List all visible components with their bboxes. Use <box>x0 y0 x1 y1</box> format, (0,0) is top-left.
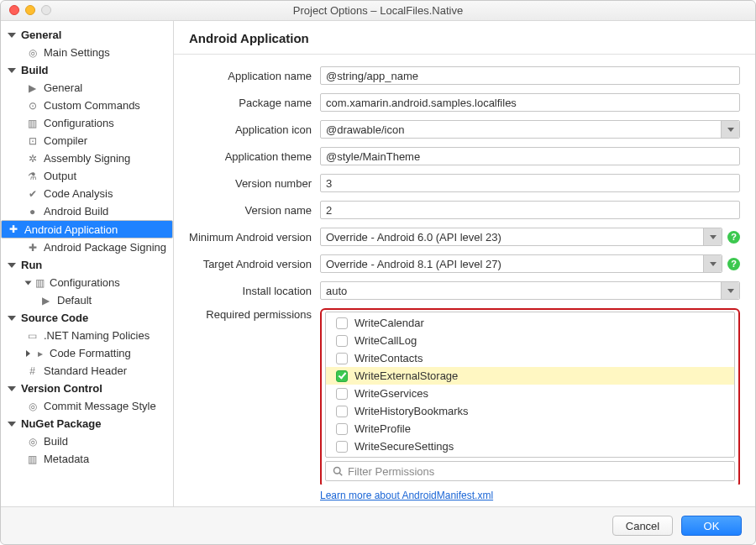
sidebar-item[interactable]: #Standard Header <box>1 362 173 380</box>
permission-checkbox[interactable] <box>336 353 348 364</box>
item-icon: ✔ <box>26 187 39 200</box>
sidebar-category[interactable]: General <box>1 26 173 44</box>
minimize-icon[interactable] <box>25 5 35 15</box>
permission-label: WriteCallLog <box>354 334 417 347</box>
permission-checkbox[interactable] <box>336 406 348 417</box>
category-label: NuGet Package <box>21 417 101 430</box>
app-name-field[interactable] <box>320 66 740 85</box>
package-name-field[interactable] <box>320 93 740 112</box>
close-icon[interactable] <box>9 5 19 15</box>
label-app-name: Application name <box>179 70 320 82</box>
chevron-down-icon <box>703 228 722 245</box>
permission-row[interactable]: WriteProfile <box>326 420 734 438</box>
permission-checkbox[interactable] <box>336 441 348 453</box>
app-icon-select[interactable]: @drawable/icon <box>320 120 740 139</box>
sidebar-item[interactable]: ▸Code Formatting <box>1 344 173 362</box>
filter-placeholder: Filter Permissions <box>348 465 434 478</box>
svg-point-0 <box>334 468 341 474</box>
sidebar-item[interactable]: ✚Android Application <box>1 220 173 238</box>
item-icon: ⚗ <box>26 170 39 182</box>
sidebar-item[interactable]: ◎Build <box>1 432 173 450</box>
item-icon: ◎ <box>26 400 39 412</box>
sidebar-item[interactable]: ●Android Build <box>1 202 173 220</box>
label-app-theme: Application theme <box>179 150 320 163</box>
sidebar-item[interactable]: ◎Commit Message Style <box>1 397 173 415</box>
sidebar-item[interactable]: ▥Metadata <box>1 450 173 468</box>
permission-label: WriteHistoryBookmarks <box>354 405 469 417</box>
label-target-android: Target Android version <box>179 258 320 270</box>
app-theme-field[interactable] <box>320 147 740 165</box>
label-required-permissions: Required permissions <box>179 308 320 321</box>
permission-row[interactable]: WriteHistoryBookmarks <box>326 402 734 420</box>
min-android-select[interactable]: Override - Android 6.0 (API level 23) <box>320 228 722 246</box>
help-icon[interactable]: ? <box>727 258 740 270</box>
permission-row[interactable]: WriteGservices <box>326 385 734 402</box>
permission-checkbox[interactable] <box>336 335 348 347</box>
permission-row[interactable]: WriteCalendar <box>326 314 734 332</box>
version-number-field[interactable] <box>320 174 740 192</box>
disclosure-icon <box>8 68 16 73</box>
disclosure-icon <box>8 316 16 321</box>
sidebar-item[interactable]: ⚗Output <box>1 167 173 185</box>
permission-checkbox[interactable] <box>336 370 348 382</box>
sidebar-item[interactable]: ✔Code Analysis <box>1 185 173 202</box>
disclosure-icon <box>8 263 16 268</box>
sidebar-item[interactable]: ▭.NET Naming Policies <box>1 327 173 344</box>
version-name-field[interactable] <box>320 201 740 219</box>
sidebar-item-label: Main Settings <box>44 46 110 59</box>
permission-row[interactable]: WriteSecureSettings <box>326 438 734 455</box>
sidebar: General◎Main SettingsBuild▶General⊙Custo… <box>1 21 174 506</box>
ok-button[interactable]: OK <box>681 516 742 536</box>
sidebar-category[interactable]: Version Control <box>1 380 173 397</box>
cancel-button[interactable]: Cancel <box>612 516 673 536</box>
sidebar-category[interactable]: NuGet Package <box>1 415 173 432</box>
label-version-number: Version number <box>179 177 320 190</box>
label-install-location: Install location <box>179 285 320 297</box>
disclosure-icon <box>8 422 16 427</box>
sidebar-item-label: Custom Commands <box>44 99 140 112</box>
install-location-select[interactable]: auto <box>320 281 740 300</box>
permission-row[interactable]: WriteCallLog <box>326 332 734 349</box>
window-title: Project Options – LocalFiles.Native <box>293 4 463 17</box>
sidebar-item[interactable]: ⊡Compiler <box>1 132 173 149</box>
sidebar-item-label: Android Build <box>44 205 108 217</box>
permissions-highlight-box: WriteCalendarWriteCallLogWriteContactsWr… <box>320 308 740 485</box>
permissions-filter[interactable]: Filter Permissions <box>325 461 735 481</box>
category-label: Version Control <box>21 382 102 395</box>
item-icon: ▥ <box>26 453 39 465</box>
permission-row[interactable]: WriteContacts <box>326 349 734 367</box>
sidebar-item[interactable]: ▥Configurations <box>1 274 173 291</box>
target-android-select[interactable]: Override - Android 8.1 (API level 27) <box>320 254 722 273</box>
item-icon: ▶ <box>26 81 39 94</box>
learn-more-link[interactable]: Learn more about AndroidManifest.xml <box>320 490 493 501</box>
item-icon: ◎ <box>26 435 39 448</box>
sidebar-item[interactable]: ✲Assembly Signing <box>1 149 173 167</box>
sidebar-item[interactable]: ✚Android Package Signing <box>1 238 173 256</box>
sidebar-item-label: Code Analysis <box>44 187 113 200</box>
permission-checkbox[interactable] <box>336 388 348 400</box>
sidebar-category[interactable]: Run <box>1 256 173 274</box>
sidebar-item[interactable]: ⊙Custom Commands <box>1 97 173 114</box>
permission-row[interactable]: WriteExternalStorage <box>326 367 734 385</box>
disclosure-icon <box>26 350 30 357</box>
item-icon: ▶ <box>39 294 52 307</box>
permission-checkbox[interactable] <box>336 423 348 435</box>
chevron-down-icon <box>721 121 739 138</box>
sidebar-item[interactable]: ▶General <box>1 79 173 97</box>
permission-label: WriteGservices <box>354 387 428 400</box>
sidebar-category[interactable]: Source Code <box>1 309 173 327</box>
sidebar-category[interactable]: Build <box>1 61 173 79</box>
permission-label: WriteCalendar <box>354 317 424 329</box>
item-icon: ⊡ <box>26 134 39 147</box>
sidebar-subitem[interactable]: ▶Default <box>1 291 173 309</box>
sidebar-item-label: Configurations <box>50 276 120 289</box>
help-icon[interactable]: ? <box>727 231 740 244</box>
item-icon: ✚ <box>7 223 19 236</box>
permission-label: WriteSecureSettings <box>354 440 454 453</box>
sidebar-item[interactable]: ▥Configurations <box>1 114 173 132</box>
sidebar-item-label: Default <box>57 294 92 307</box>
sidebar-item[interactable]: ◎Main Settings <box>1 44 173 61</box>
zoom-icon[interactable] <box>41 5 51 15</box>
permissions-list[interactable]: WriteCalendarWriteCallLogWriteContactsWr… <box>325 312 735 458</box>
permission-checkbox[interactable] <box>336 317 348 329</box>
